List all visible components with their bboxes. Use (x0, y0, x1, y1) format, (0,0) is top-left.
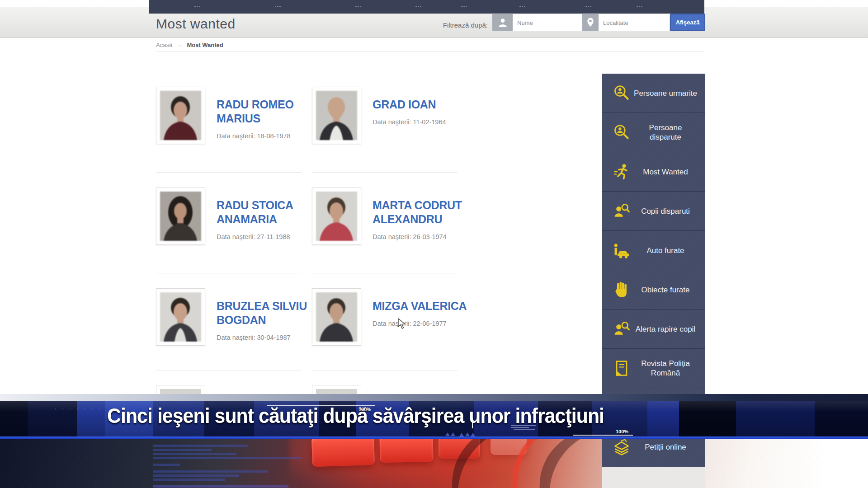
breadcrumb-separator: → (177, 42, 183, 48)
sidebar-item-label: Persoane urmarite (634, 89, 697, 98)
show-button[interactable]: Afişează (670, 14, 705, 31)
studio-background (0, 439, 868, 488)
zoom-indicator: 100% (359, 407, 371, 412)
wanted-name-link[interactable]: RADU ROMEO MARIUS (217, 98, 311, 126)
sidebar-item-label: Alerta rapire copil (636, 324, 695, 334)
ticker-top-edge (0, 394, 868, 401)
sidebar-item-revista-politia-romana[interactable]: Revista Poliția Română (602, 348, 705, 388)
nav-item-dots[interactable] (636, 6, 642, 8)
nav-item-dots[interactable] (415, 6, 421, 8)
wanted-name-link[interactable]: RADU STOICA ANAMARIA (217, 198, 311, 226)
child-search-icon (611, 202, 632, 220)
mugshot-photo[interactable] (156, 188, 205, 245)
progress-line (573, 435, 633, 436)
sidebar-item-label: Copii disparuti (641, 206, 690, 216)
sidebar-item-label: Revista Poliția Română (634, 359, 697, 378)
running-person-icon (611, 163, 632, 181)
triangle-marker (459, 433, 464, 436)
progress-line (267, 405, 375, 406)
divider (156, 172, 302, 173)
mugshot-photo[interactable] (312, 188, 361, 245)
magazine-icon (611, 359, 632, 377)
wanted-name-link[interactable]: BRUZLEA SILVIU BOGDAN (217, 299, 311, 327)
location-pin-icon (582, 14, 599, 31)
zoom-indicator: 100% (616, 429, 628, 434)
ghost-text-line (514, 429, 535, 430)
ghost-text-line (511, 427, 529, 428)
divider (312, 371, 458, 371)
breadcrumb: Acasă → Most Wanted (156, 42, 223, 48)
page-title: Most wanted (156, 16, 236, 32)
top-navigation-bar[interactable] (149, 0, 704, 14)
red-keyboard-key (379, 439, 433, 463)
sidebar-item-obiecte-furate[interactable]: Obiecte furate (602, 270, 705, 309)
birth-date-value: 27-11-1988 (257, 233, 290, 240)
wanted-card: MIZGA VALERICA Data naşterii: 22-06-1977 (312, 288, 463, 352)
wanted-name-link[interactable]: MIZGA VALERICA (373, 299, 467, 313)
birth-date-label: Data naşterii: (217, 233, 255, 240)
wanted-card: MARTA CODRUT ALEXANDRU Data naşterii: 26… (312, 188, 463, 251)
mugshot-photo[interactable] (312, 288, 361, 346)
sidebar-item-label: Petiții online (645, 442, 686, 452)
faint-terminal-text (153, 445, 347, 488)
person-icon (492, 14, 513, 31)
sidebar-item-copii-disparuti[interactable]: Copii disparuti (602, 191, 705, 230)
ghost-text-line (511, 425, 536, 426)
wanted-card: RADU ROMEO MARIUS Data naşterii: 18-08-1… (156, 87, 307, 150)
triangle-marker (445, 432, 450, 436)
sidebar-item-persoane-disparute[interactable]: Persoane disparute (602, 113, 705, 152)
birth-date: Data naşterii: 18-08-1978 (217, 132, 311, 140)
sidebar-item-most-wanted[interactable]: Most Wanted (602, 152, 705, 191)
birth-date-value: 18-08-1978 (257, 132, 290, 140)
sidebar-item-auto-furate[interactable]: Auto furate (602, 230, 705, 270)
birth-date: Data naşterii: 11-02-1964 (373, 118, 467, 126)
birth-date-label: Data naşterii: (217, 132, 255, 140)
screen: Most wanted Filtrează după: Afişează Aca… (0, 0, 868, 488)
sidebar-item-label: Obiecte furate (642, 285, 690, 295)
sidebar-item-persoane-urmarite[interactable]: Persoane urmarite (602, 74, 705, 113)
mugshot-photo[interactable] (156, 87, 205, 144)
ticker-bottom-edge (0, 436, 868, 439)
birth-date-label: Data naşterii: (373, 233, 411, 240)
mugshot-photo[interactable] (156, 288, 205, 346)
birth-date-value: 11-02-1964 (413, 118, 446, 126)
breadcrumb-home[interactable]: Acasă (156, 42, 172, 48)
wanted-name-link[interactable]: GRAD IOAN (373, 98, 467, 112)
triangle-marker (465, 432, 470, 436)
name-filter-input[interactable] (513, 14, 582, 31)
nav-item-dots[interactable] (585, 6, 591, 8)
divider (312, 172, 458, 173)
page-footer-strip (602, 467, 705, 488)
nav-item-dots[interactable] (519, 6, 525, 8)
wanted-card: GRAD IOAN Data naşterii: 11-02-1964 (312, 87, 463, 150)
news-headline: Cinci ieşeni sunt căutaţi după săvârşire… (107, 404, 604, 428)
sidebar-item-alerta-rapire-copil[interactable]: Alerta rapire copil (602, 309, 705, 348)
sidebar-item-label: Auto furate (646, 246, 684, 255)
search-person-icon (611, 84, 632, 102)
nav-item-dots[interactable] (461, 6, 467, 8)
wanted-card: RADU STOICA ANAMARIA Data naşterii: 27-1… (156, 188, 307, 251)
cursor-caret-ghost (472, 422, 473, 428)
birth-date: Data naşterii: 30-04-1987 (217, 334, 311, 341)
birth-date: Data naşterii: 26-03-1974 (373, 233, 467, 240)
wanted-card: BRUZLEA SILVIU BOGDAN Data naşterii: 30-… (156, 288, 307, 352)
birth-date-label: Data naşterii: (217, 334, 255, 341)
city-filter-input[interactable] (599, 14, 669, 31)
triangle-marker (471, 433, 475, 436)
divider (156, 273, 302, 273)
search-person-icon (611, 123, 632, 141)
mouse-cursor (398, 318, 406, 332)
divider (156, 371, 302, 371)
stolen-car-icon (611, 241, 632, 259)
mugshot-photo[interactable] (312, 87, 361, 144)
sidebar-item-label: Most Wanted (643, 167, 688, 177)
child-alert-icon (611, 320, 632, 338)
birth-date: Data naşterii: 27-11-1988 (217, 233, 311, 240)
breadcrumb-current: Most Wanted (187, 42, 223, 48)
wanted-name-link[interactable]: MARTA CODRUT ALEXANDRU (373, 198, 467, 226)
layers-icon (611, 438, 632, 456)
nav-item-dots[interactable] (274, 6, 281, 8)
nav-item-dots[interactable] (355, 6, 361, 8)
nav-item-dots[interactable] (194, 6, 200, 8)
ticker-dots (52, 408, 102, 410)
